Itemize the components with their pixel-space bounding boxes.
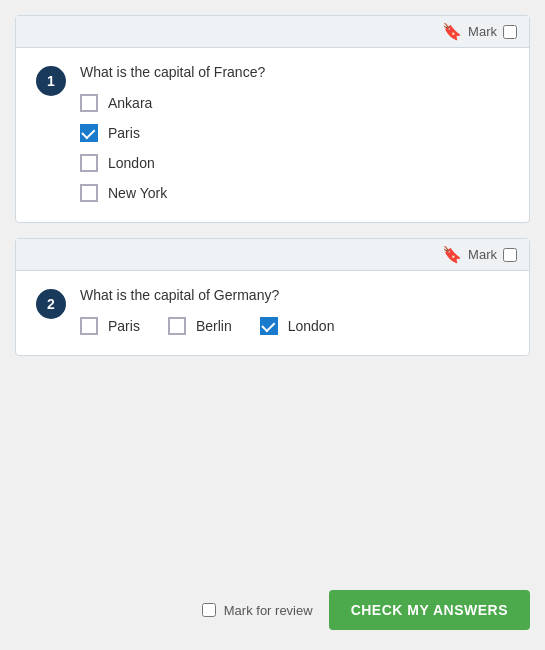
mark-checkbox-1[interactable] <box>503 25 517 39</box>
checkbox-q2-london[interactable] <box>260 317 278 335</box>
checkbox-q1-ankara[interactable] <box>80 94 98 112</box>
checkbox-q1-paris[interactable] <box>80 124 98 142</box>
option-label: Ankara <box>108 95 152 111</box>
question-2-card: 🔖 Mark 2 What is the capital of Germany?… <box>15 238 530 356</box>
mark-checkbox-2[interactable] <box>503 248 517 262</box>
check-answers-button[interactable]: CHECK MY ANSWERS <box>329 590 530 630</box>
list-item[interactable]: Paris <box>80 124 509 142</box>
option-label: Paris <box>108 125 140 141</box>
mark-review-label: Mark for review <box>224 603 313 618</box>
mark-label-1: Mark <box>468 24 497 39</box>
bottom-bar: Mark for review CHECK MY ANSWERS <box>15 580 530 635</box>
list-item[interactable]: Ankara <box>80 94 509 112</box>
list-item[interactable]: London <box>80 154 509 172</box>
question-2-content: What is the capital of Germany? Paris Be… <box>80 287 509 335</box>
question-2-options: Paris Berlin London <box>80 317 509 335</box>
checkbox-q1-london[interactable] <box>80 154 98 172</box>
list-item[interactable]: New York <box>80 184 509 202</box>
question-2-body: 2 What is the capital of Germany? Paris … <box>16 271 529 355</box>
question-1-header: 🔖 Mark <box>16 16 529 48</box>
list-item[interactable]: Berlin <box>168 317 232 335</box>
option-label: New York <box>108 185 167 201</box>
list-item[interactable]: London <box>260 317 335 335</box>
question-1-options: Ankara Paris London New Yo <box>80 94 509 202</box>
question-2-number: 2 <box>36 289 66 319</box>
option-label: London <box>108 155 155 171</box>
list-item[interactable]: Paris <box>80 317 140 335</box>
question-1-row: 1 What is the capital of France? Ankara … <box>36 64 509 202</box>
question-1-body: 1 What is the capital of France? Ankara … <box>16 48 529 222</box>
question-2-header: 🔖 Mark <box>16 239 529 271</box>
mark-for-review-checkbox[interactable] <box>202 603 216 617</box>
checkbox-q2-berlin[interactable] <box>168 317 186 335</box>
question-1-card: 🔖 Mark 1 What is the capital of France? … <box>15 15 530 223</box>
option-label: Paris <box>108 318 140 334</box>
option-label: Berlin <box>196 318 232 334</box>
question-1-content: What is the capital of France? Ankara Pa… <box>80 64 509 202</box>
question-1-number: 1 <box>36 66 66 96</box>
bookmark-icon: 🔖 <box>442 22 462 41</box>
mark-review-area: Mark for review <box>202 603 313 618</box>
checkbox-q1-newyork[interactable] <box>80 184 98 202</box>
mark-label-2: Mark <box>468 247 497 262</box>
bookmark-icon: 🔖 <box>442 245 462 264</box>
question-2-row: 2 What is the capital of Germany? Paris … <box>36 287 509 335</box>
option-label: London <box>288 318 335 334</box>
question-2-text: What is the capital of Germany? <box>80 287 509 303</box>
checkbox-q2-paris[interactable] <box>80 317 98 335</box>
question-1-text: What is the capital of France? <box>80 64 509 80</box>
